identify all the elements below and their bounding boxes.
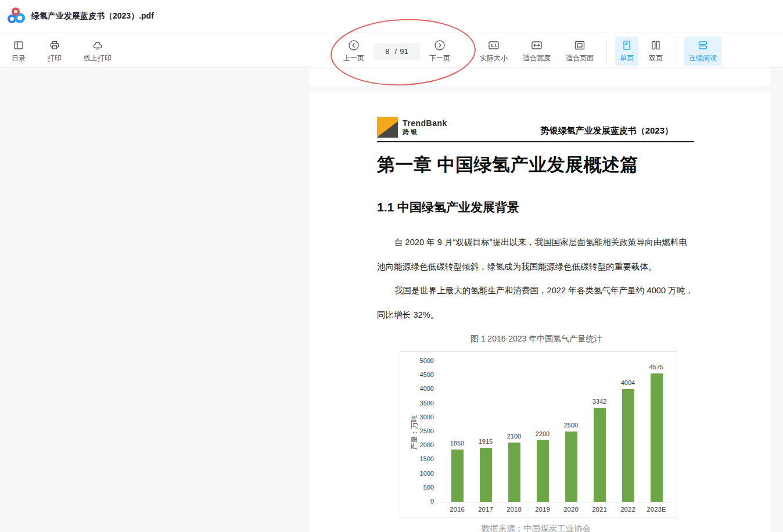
bar-value-label: 2500 — [554, 422, 588, 429]
y-tick-label: 1000 — [406, 470, 434, 477]
single-page-icon — [621, 39, 633, 51]
bar — [508, 443, 520, 502]
bar — [622, 389, 634, 502]
pdf-page: TrendBank 势银 势银绿氢产业发展蓝皮书（2023） 第一章 中国绿氢产… — [309, 91, 771, 532]
online-print-icon — [92, 39, 103, 51]
y-tick-label: 3500 — [406, 400, 434, 407]
body-text: 自 2020 年 9 月“双碳目标”提出以来，我国国家层面氢能相关政策导向由燃料… — [377, 231, 695, 327]
y-tick-label: 1500 — [406, 455, 434, 462]
file-title: 绿氢产业发展蓝皮书（2023）.pdf — [31, 11, 154, 21]
bar-chart: 产量：万吨 0500100015002000250030003500400045… — [400, 351, 677, 517]
booklet-title: 势银绿氢产业发展蓝皮书（2023） — [541, 125, 673, 136]
brand-name: TrendBank — [403, 118, 447, 128]
page-navigation: 上一页 8 / 91 下一页 — [339, 37, 455, 66]
bar — [651, 373, 663, 502]
double-page-button[interactable]: 双页 — [644, 37, 667, 66]
document-header: TrendBank 势银 势银绿氢产业发展蓝皮书（2023） — [377, 117, 694, 138]
bar — [565, 432, 577, 502]
chevron-left-circle-icon — [348, 39, 360, 51]
bar-value-label: 4004 — [610, 379, 645, 386]
y-tick-label: 0 — [406, 498, 434, 505]
y-tick-label: 4500 — [406, 371, 434, 378]
previous-page-bottom — [309, 69, 771, 86]
titlebar: 绿氢产业发展蓝皮书（2023）.pdf — [0, 0, 783, 33]
continuous-reading-button[interactable]: 连续阅读 — [684, 37, 721, 66]
section-title: 1.1 中国绿氢产业发展背景 — [377, 199, 702, 215]
paragraph: 自 2020 年 9 月“双碳目标”提出以来，我国国家层面氢能相关政策导向由燃料… — [377, 231, 695, 279]
svg-text:1:1: 1:1 — [491, 43, 497, 48]
continuous-read-icon — [697, 39, 709, 51]
page-separator: / — [395, 47, 397, 56]
trendbank-logo-icon — [377, 117, 398, 138]
figure-source: 数据来源：中国煤炭工业协会 — [377, 523, 695, 532]
bar-value-label: 2200 — [525, 430, 560, 437]
next-page-button[interactable]: 下一页 — [425, 37, 455, 66]
actual-size-icon: 1:1 — [487, 39, 500, 51]
toolbar-divider — [606, 41, 607, 63]
chapter-title: 第一章 中国绿氢产业发展概述篇 — [377, 153, 702, 177]
chevron-right-circle-icon — [434, 39, 446, 51]
y-tick-label: 2500 — [406, 427, 434, 434]
bar-value-label: 3342 — [582, 398, 617, 405]
y-tick-label: 5000 — [406, 357, 434, 364]
x-tick-label: 2023E — [639, 506, 674, 513]
y-tick-label: 4000 — [406, 385, 434, 392]
toolbar: 目录 打印 线上打印 上一页 — [0, 33, 783, 68]
fit-page-button[interactable]: 适合页面 — [561, 37, 598, 66]
actual-size-button[interactable]: 1:1 实际大小 — [475, 37, 512, 66]
prev-page-button[interactable]: 上一页 — [339, 37, 369, 66]
y-tick-label: 2000 — [406, 441, 434, 448]
netdisk-logo-icon — [7, 7, 26, 26]
online-print-button[interactable]: 线上打印 — [79, 37, 116, 66]
current-page: 8 — [385, 47, 389, 56]
toolbar-divider — [676, 41, 676, 63]
brand-block: TrendBank 势银 — [377, 117, 447, 138]
print-button[interactable]: 打印 — [43, 37, 66, 66]
brand-sub-name: 势银 — [403, 128, 447, 136]
paragraph: 我国是世界上最大的氢能生产和消费国，2022 年各类氢气年产量约 4000 万吨… — [377, 279, 695, 327]
bar-value-label: 4575 — [639, 364, 674, 371]
figure-caption: 图 1 2016-2023 年中国氢气产量统计 — [377, 334, 695, 344]
double-page-icon — [650, 39, 662, 51]
bar — [537, 440, 549, 502]
fit-width-icon — [530, 39, 543, 51]
x-axis-line — [437, 502, 672, 502]
bar — [480, 448, 492, 502]
pdf-viewer-area[interactable]: TrendBank 势银 势银绿氢产业发展蓝皮书（2023） 第一章 中国绿氢产… — [0, 68, 783, 532]
fit-page-icon — [573, 39, 586, 51]
header-rule — [377, 141, 694, 142]
bar — [451, 450, 464, 502]
toc-button[interactable]: 目录 — [7, 37, 30, 66]
toc-icon — [13, 39, 24, 51]
single-page-button[interactable]: 单页 — [615, 37, 638, 66]
y-tick-label: 3000 — [406, 414, 434, 420]
y-tick-label: 500 — [406, 484, 434, 491]
toolbar-right-group: 1:1 实际大小 适合宽度 适合页面 — [475, 37, 721, 66]
toolbar-left-group: 目录 打印 线上打印 — [7, 37, 116, 66]
total-pages: 91 — [400, 47, 408, 56]
printer-icon — [49, 39, 60, 51]
page-number-input[interactable]: 8 / 91 — [373, 43, 420, 60]
fit-width-button[interactable]: 适合宽度 — [518, 37, 555, 66]
bar — [594, 408, 606, 502]
